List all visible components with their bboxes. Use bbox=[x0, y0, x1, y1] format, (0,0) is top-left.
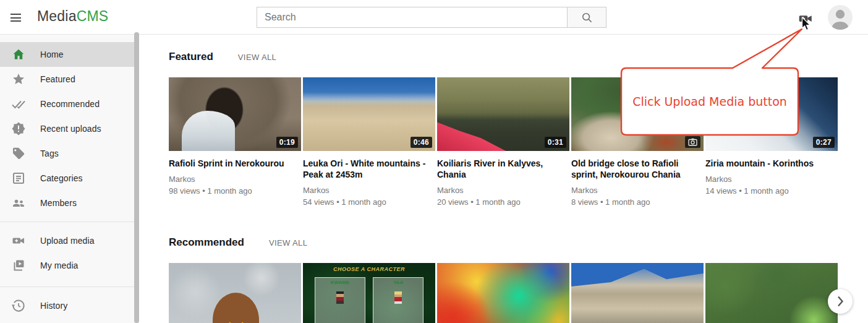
sidebar-divider bbox=[0, 286, 134, 287]
thumb-game-panel: YAA bbox=[373, 277, 423, 323]
video-thumbnail[interactable]: 0:19 bbox=[169, 77, 301, 151]
sidebar-item-label: My media bbox=[40, 261, 78, 270]
sidebar-item-label: Recent uploads bbox=[40, 124, 101, 134]
video-thumbnail[interactable]: 0:31 bbox=[437, 77, 569, 151]
sidebar-item-categories[interactable]: Categories bbox=[0, 166, 134, 191]
sidebar-item-history[interactable]: History bbox=[0, 293, 134, 318]
double-check-icon bbox=[11, 97, 26, 111]
search-icon bbox=[581, 12, 593, 24]
featured-cards-row: 0:19 Rafioli Sprint in Nerokourou Markos… bbox=[169, 77, 868, 207]
sidebar-item-recent-uploads[interactable]: Recent uploads bbox=[0, 116, 134, 141]
featured-view-all-link[interactable]: VIEW ALL bbox=[238, 53, 276, 62]
thumb-game-panel: KWAME bbox=[315, 277, 365, 323]
character-sprite bbox=[336, 291, 344, 304]
duration-badge: 0:27 bbox=[813, 137, 835, 148]
top-bar: MediaCMS bbox=[0, 0, 868, 35]
media-author[interactable]: Markos bbox=[169, 174, 301, 184]
sidebar-item-upload-media[interactable]: Upload media bbox=[0, 228, 134, 253]
media-title[interactable]: Leuka Ori - White mountains - Peak at 24… bbox=[303, 158, 435, 180]
sidebar-item-label: Recommended bbox=[40, 99, 100, 109]
media-author[interactable]: Markos bbox=[303, 186, 435, 195]
media-author[interactable]: Markos bbox=[705, 174, 838, 184]
duration-badge: 0:19 bbox=[276, 137, 298, 148]
sidebar: Home Featured Recommended Recent uploads… bbox=[0, 35, 134, 323]
upload-media-button[interactable] bbox=[798, 11, 814, 27]
user-avatar[interactable] bbox=[828, 5, 853, 30]
avatar-icon bbox=[828, 5, 853, 30]
media-card: 0:46 Leuka Ori - White mountains - Peak … bbox=[303, 77, 435, 207]
recommended-view-all-link[interactable]: VIEW ALL bbox=[269, 238, 307, 248]
video-thumbnail[interactable]: 0:27 bbox=[705, 77, 838, 151]
carousel-next-button[interactable] bbox=[828, 289, 853, 314]
logo[interactable]: MediaCMS bbox=[37, 8, 108, 25]
sidebar-item-my-media[interactable]: My media bbox=[0, 253, 134, 278]
chevron-right-icon bbox=[828, 289, 853, 314]
sidebar-item-members[interactable]: Members bbox=[0, 191, 134, 215]
video-thumbnail[interactable] bbox=[169, 263, 301, 323]
recommended-cards-row: CHOOSE A CHARACTER KWAME YAA Selected Se… bbox=[169, 263, 868, 323]
media-card: 0:19 Rafioli Sprint in Nerokourou Markos… bbox=[169, 77, 301, 207]
logo-media: Media bbox=[37, 8, 77, 24]
duration-badge: 0:31 bbox=[545, 137, 566, 148]
duration-badge: 0:46 bbox=[411, 137, 432, 148]
sidebar-item-tags[interactable]: Tags bbox=[0, 141, 134, 166]
home-icon bbox=[11, 47, 26, 62]
tag-icon bbox=[11, 146, 26, 161]
sidebar-item-label: Featured bbox=[40, 74, 75, 84]
video-thumbnail[interactable] bbox=[437, 263, 569, 323]
thumb-game-name: YAA bbox=[373, 280, 422, 285]
photo-badge bbox=[685, 136, 700, 148]
sidebar-item-label: Members bbox=[40, 198, 77, 208]
logo-cms: CMS bbox=[77, 8, 109, 24]
featured-section-header: Featured VIEW ALL bbox=[169, 51, 868, 63]
media-title[interactable]: Old bridge close to Rafioli sprint, Nero… bbox=[571, 158, 704, 180]
search-bar bbox=[257, 7, 606, 28]
members-icon bbox=[11, 196, 26, 210]
thumb-game-name: KWAME bbox=[315, 280, 364, 285]
section-title: Featured bbox=[169, 51, 213, 63]
upload-media-icon bbox=[798, 11, 814, 27]
sidebar-item-label: History bbox=[40, 301, 67, 311]
image-thumbnail[interactable] bbox=[571, 77, 704, 151]
menu-icon[interactable] bbox=[10, 11, 23, 24]
section-title: Recommended bbox=[169, 236, 244, 249]
media-title[interactable]: Ziria mountain - Korinthos bbox=[705, 158, 838, 169]
mediacms-app: MediaCMS Home bbox=[0, 0, 868, 323]
video-thumbnail[interactable]: 0:46 bbox=[303, 77, 435, 151]
media-author[interactable]: Markos bbox=[437, 186, 569, 195]
media-card: 0:27 Ziria mountain - Korinthos Markos 1… bbox=[705, 77, 838, 207]
video-thumbnail[interactable] bbox=[705, 263, 838, 323]
sidebar-item-label: Categories bbox=[40, 173, 83, 183]
sidebar-item-label: Home bbox=[40, 50, 64, 59]
sidebar-item-label: Tags bbox=[40, 149, 59, 158]
search-button[interactable] bbox=[567, 7, 606, 27]
sidebar-item-home[interactable]: Home bbox=[0, 42, 134, 67]
thumb-game-heading: CHOOSE A CHARACTER bbox=[303, 266, 435, 272]
new-releases-icon bbox=[11, 121, 26, 136]
camera-icon bbox=[688, 138, 697, 146]
search-input[interactable] bbox=[257, 7, 567, 27]
media-title[interactable]: Koiliaris River in Kalyves, Chania bbox=[437, 158, 569, 180]
media-meta: 20 views • 1 month ago bbox=[437, 197, 569, 207]
media-meta: 8 views • 1 month ago bbox=[571, 197, 704, 207]
star-icon bbox=[11, 72, 26, 87]
sidebar-item-label: Upload media bbox=[40, 236, 95, 246]
video-thumbnail[interactable] bbox=[571, 263, 704, 323]
sidebar-item-recommended[interactable]: Recommended bbox=[0, 92, 134, 116]
sidebar-item-featured[interactable]: Featured bbox=[0, 67, 134, 92]
sidebar-divider bbox=[0, 222, 134, 222]
media-title[interactable]: Rafioli Sprint in Nerokourou bbox=[169, 158, 301, 169]
media-author[interactable]: Markos bbox=[571, 186, 704, 195]
upload-media-icon bbox=[11, 233, 26, 248]
media-card: 0:31 Koiliaris River in Kalyves, Chania … bbox=[437, 77, 569, 207]
my-media-icon bbox=[11, 258, 26, 273]
media-meta: 14 views • 1 month ago bbox=[705, 186, 838, 196]
video-thumbnail[interactable]: CHOOSE A CHARACTER KWAME YAA Selected Se… bbox=[303, 263, 435, 323]
media-meta: 54 views • 1 month ago bbox=[303, 197, 435, 207]
media-meta: 98 views • 1 month ago bbox=[169, 186, 301, 196]
recommended-section-header: Recommended VIEW ALL bbox=[169, 236, 868, 249]
sidebar-scrollbar-thumb[interactable] bbox=[134, 32, 139, 323]
media-card: Old bridge close to Rafioli sprint, Nero… bbox=[571, 77, 704, 207]
categories-icon bbox=[11, 171, 26, 186]
history-icon bbox=[11, 298, 26, 313]
